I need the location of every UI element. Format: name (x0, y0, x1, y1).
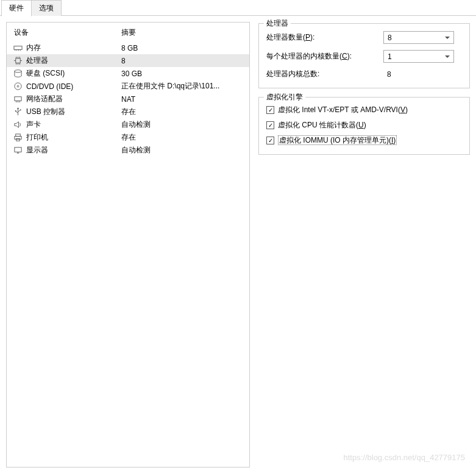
virtualization-legend: 虚拟化引擎 (264, 92, 305, 102)
total-cores-value: 8 (383, 70, 391, 79)
memory-icon (13, 43, 23, 53)
virt-iommu-checkbox[interactable] (266, 137, 274, 144)
hardware-row-printer[interactable]: 打印机 存在 (7, 131, 249, 144)
hardware-row-cddvd[interactable]: CD/DVD (IDE) 正在使用文件 D:\qq记录\101... (7, 80, 249, 93)
device-summary: 存在 (121, 132, 249, 143)
virt-cpu-row: 虚拟化 CPU 性能计数器(U) (266, 120, 462, 130)
device-summary: 自动检测 (121, 119, 249, 130)
hardware-row-memory[interactable]: 内存 8 GB (7, 41, 249, 54)
virtualization-fieldset: 虚拟化引擎 虚拟化 Intel VT-x/EPT 或 AMD-V/RVI(V) … (258, 97, 470, 155)
svg-point-14 (14, 70, 21, 73)
processor-legend: 处理器 (264, 18, 291, 29)
processor-count-select[interactable]: 8 (383, 31, 454, 44)
cores-per-processor-value: 1 (388, 52, 392, 61)
tab-bar: 硬件 选项 (0, 0, 476, 16)
svg-rect-5 (15, 59, 20, 63)
disk-icon (13, 69, 23, 79)
printer-icon (13, 133, 23, 143)
cores-per-processor-row: 每个处理器的内核数量(C): 1 (266, 50, 462, 63)
processor-fieldset: 处理器 处理器数量(P): 8 每个处理器的内核数量(C): 1 处理器内核总数… (258, 23, 470, 88)
device-label: 打印机 (26, 132, 121, 143)
total-cores-row: 处理器内核总数: 8 (266, 69, 462, 79)
svg-rect-23 (15, 110, 16, 112)
cores-per-processor-select[interactable]: 1 (383, 50, 454, 63)
virt-iommu-label[interactable]: 虚拟化 IOMMU (IO 内存管理单元)(I) (278, 135, 397, 146)
hardware-row-processor[interactable]: 处理器 8 (7, 54, 249, 67)
hardware-row-display[interactable]: 显示器 自动检测 (7, 144, 249, 157)
virt-cpu-checkbox[interactable] (266, 121, 274, 129)
cpu-icon (13, 56, 23, 66)
virt-vt-label[interactable]: 虚拟化 Intel VT-x/EPT 或 AMD-V/RVI(V) (278, 105, 408, 115)
device-summary: 存在 (121, 107, 249, 117)
processor-count-row: 处理器数量(P): 8 (266, 31, 462, 44)
device-summary: 8 (121, 57, 249, 65)
device-label: 显示器 (26, 145, 121, 155)
sound-icon (13, 120, 23, 130)
device-summary: 8 GB (121, 44, 249, 52)
device-label: CD/DVD (IDE) (26, 82, 121, 91)
cores-per-processor-label: 每个处理器的内核数量(C): (266, 51, 383, 62)
device-summary: NAT (121, 95, 249, 104)
tab-hardware[interactable]: 硬件 (1, 0, 32, 16)
device-label: 内存 (26, 43, 121, 53)
svg-point-16 (17, 85, 19, 87)
hardware-list-header: 设备 摘要 (7, 25, 249, 41)
column-header-device: 设备 (14, 27, 121, 38)
display-icon (13, 146, 23, 155)
hardware-row-sound[interactable]: 声卡 自动检测 (7, 118, 249, 131)
hardware-list-panel: 设备 摘要 内存 8 GB 处理器 8 硬盘 (SCSI) 30 GB (6, 22, 250, 468)
column-header-summary: 摘要 (121, 27, 249, 38)
virt-cpu-label[interactable]: 虚拟化 CPU 性能计数器(U) (278, 120, 366, 130)
svg-point-24 (20, 109, 21, 110)
processor-count-label: 处理器数量(P): (266, 32, 383, 43)
svg-rect-28 (14, 148, 21, 152)
hardware-row-network[interactable]: 网络适配器 NAT (7, 93, 249, 105)
svg-point-22 (17, 108, 18, 109)
hardware-row-disk[interactable]: 硬盘 (SCSI) 30 GB (7, 67, 249, 80)
device-label: 硬盘 (SCSI) (26, 68, 121, 79)
device-summary: 30 GB (121, 69, 249, 78)
virt-vt-row: 虚拟化 Intel VT-x/EPT 或 AMD-V/RVI(V) (266, 105, 462, 115)
device-label: 声卡 (26, 119, 121, 130)
device-label: 网络适配器 (26, 94, 121, 104)
network-icon (13, 94, 23, 104)
tab-options[interactable]: 选项 (31, 0, 62, 16)
virt-vt-checkbox[interactable] (266, 106, 274, 114)
usb-icon (13, 107, 23, 117)
content-area: 设备 摘要 内存 8 GB 处理器 8 硬盘 (SCSI) 30 GB (0, 15, 476, 473)
device-summary: 正在使用文件 D:\qq记录\101... (121, 81, 249, 91)
total-cores-label: 处理器内核总数: (266, 69, 383, 79)
processor-count-value: 8 (388, 34, 392, 42)
svg-rect-0 (13, 46, 21, 50)
device-summary: 自动检测 (121, 145, 249, 155)
virt-iommu-row: 虚拟化 IOMMU (IO 内存管理单元)(I) (266, 135, 462, 146)
device-label: 处理器 (26, 55, 121, 66)
hardware-row-usb[interactable]: USB 控制器 存在 (7, 105, 249, 118)
device-label: USB 控制器 (26, 107, 121, 117)
details-panel: 处理器 处理器数量(P): 8 每个处理器的内核数量(C): 1 处理器内核总数… (258, 22, 470, 468)
disc-icon (13, 82, 23, 91)
svg-rect-17 (14, 97, 21, 101)
svg-point-15 (14, 83, 21, 90)
svg-rect-25 (15, 134, 20, 137)
